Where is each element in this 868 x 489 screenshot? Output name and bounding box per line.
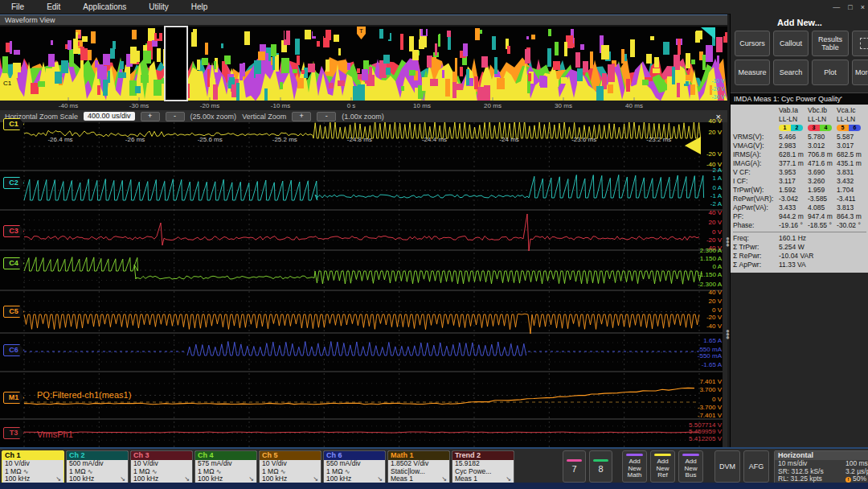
scale-label-c5: 20 V <box>685 298 722 305</box>
imda-summary-row: Σ ApPwr:11.33 VA <box>733 261 866 269</box>
ch3-badge[interactable]: Ch 310 V/div1 MΩ ∿100 kHz↘ <box>130 450 193 484</box>
imda-row: RePwr(VAR):-3.042-3.585-3.411 <box>733 195 866 203</box>
imda-subheader: LL-LN <box>837 115 866 124</box>
imda-row: IRMS(A):628.1 m706.8 m682.5 m <box>733 150 866 159</box>
imda-row-label: RePwr(VAR): <box>733 195 779 203</box>
imda-row-label: IMAG(A): <box>733 159 779 168</box>
imda-value: 435.1 m <box>837 159 866 168</box>
scale-label-c2: 0 A <box>685 185 722 191</box>
imda-value: 1.592 <box>779 186 808 195</box>
zoom-select-button[interactable] <box>852 31 868 56</box>
v-zoom-minus-button[interactable]: - <box>317 112 336 121</box>
menu-file[interactable]: File <box>0 2 35 11</box>
v-zoom-label: Vertical Zoom <box>242 113 286 121</box>
add-new-bus-button[interactable]: Add New Bus <box>678 450 703 483</box>
main-time-label: -24 ms <box>499 136 518 143</box>
imda-row-label: V CF: <box>733 168 779 177</box>
h-zoom-plus-button[interactable]: + <box>141 112 160 121</box>
ch1-badge[interactable]: Ch 110 V/div1 MΩ ∿100 kHz↘ <box>2 450 64 484</box>
minimize-icon[interactable]: — <box>833 3 840 11</box>
imda-summary-value: 11.33 VA <box>779 261 806 269</box>
ch4-badge[interactable]: Ch 4575 mA/div1 MΩ ∿100 kHz↘ <box>194 450 257 484</box>
imda-value: 3.260 <box>808 177 837 186</box>
imda-row: IMAG(A):377.1 m471.6 m435.1 m <box>733 159 866 168</box>
menu-help[interactable]: Help <box>180 2 219 11</box>
imda-subheader: LL-LN <box>779 115 808 124</box>
h-zoom-minus-button[interactable]: - <box>166 112 185 121</box>
imda-subheaders: LL-LNLL-LNLL-LN <box>733 115 866 124</box>
imda-summary-label: Σ TrPwr: <box>733 243 779 252</box>
scale-label-c4: 0 A <box>685 264 722 270</box>
add-new-callout-button[interactable]: Callout <box>773 31 809 56</box>
source-badge-6: 6 <box>849 125 861 131</box>
v-zoom-plus-button[interactable]: + <box>292 112 311 121</box>
ch2-badge[interactable]: Ch 2500 mA/div1 MΩ ∿100 kHz↘ <box>66 450 129 484</box>
imda-value: 864.3 m <box>837 212 866 221</box>
scale-label-c5: 40 V <box>685 290 722 296</box>
waveform-view-title: Waveform View <box>0 14 727 25</box>
overview-time-label: -20 ms <box>200 102 219 109</box>
dvm-button[interactable]: DVM <box>714 450 740 483</box>
scale-label-c4: 1.150 A <box>685 256 722 262</box>
imda-row-label: IRMS(A): <box>733 150 779 159</box>
imda-summary-row: Σ TrPwr:5.254 W <box>733 243 866 252</box>
overview-time-label: -30 ms <box>129 102 149 109</box>
taskbar-strip <box>0 483 868 489</box>
close-icon[interactable]: × <box>861 3 865 11</box>
imda-value: 3.953 <box>779 168 808 177</box>
add-new-measure-button[interactable]: Measure <box>735 60 770 85</box>
scale-label-c4: -1.150 A <box>685 272 722 278</box>
overview-waveform[interactable]: -40 ms-30 ms-20 ms-10 ms0 s10 ms20 ms30 … <box>0 25 727 110</box>
h-zoom-factor: (25.00x zoom) <box>190 113 237 121</box>
ch5-badge[interactable]: Ch 510 V/div1 MΩ ∿100 kHz↘ <box>259 450 321 484</box>
imda-row-label: ApPwr(VA): <box>733 203 779 212</box>
menu-applications[interactable]: Applications <box>72 2 137 11</box>
trend-trace-label: VrmsPh1 <box>37 429 73 439</box>
add-new-results-table-button[interactable]: Results Table <box>812 31 849 56</box>
imda-row-label: VMAG(V): <box>733 142 779 150</box>
trend2-badge[interactable]: Trend 215.9182Cyc Powe...Meas 1↘ <box>452 450 514 484</box>
channel-8-button[interactable]: 8 <box>589 450 612 483</box>
scale-label-c6: -1.65 A <box>685 362 722 368</box>
add-new-math-button[interactable]: Add New Math <box>622 450 647 483</box>
overview-time-label: 0 s <box>347 102 356 109</box>
imda-value: 3.117 <box>779 177 808 186</box>
imda-value: -18.55 ° <box>808 221 837 230</box>
overview-time-label: 20 ms <box>484 102 502 109</box>
imda-value: -3.042 <box>779 195 808 203</box>
add-new-plot-button[interactable]: Plot <box>812 60 849 85</box>
scale-label-c5: -40 V <box>685 323 722 330</box>
add-new-ref-button[interactable]: Add New Ref <box>650 450 675 483</box>
add-new-cursors-button[interactable]: Cursors <box>735 31 770 56</box>
source-badge-4: 4 <box>820 125 832 131</box>
scale-label-c5: 0 V <box>685 307 722 314</box>
scale-label-c2: 1 A <box>685 175 722 182</box>
imda-value: 1.959 <box>808 186 837 195</box>
imda-value: 2.983 <box>779 142 808 150</box>
imda-summary-label: Σ ApPwr: <box>733 261 779 269</box>
math1-badge[interactable]: Math 11.8502 V/divStatic|low...Meas 1↘ <box>387 450 450 484</box>
imda-value: 471.6 m <box>808 159 837 168</box>
menu-utility[interactable]: Utility <box>137 2 179 11</box>
imda-measurement-table[interactable]: IMDA Meas 1: Cyc Power Quality' Vab.IaVb… <box>731 92 868 273</box>
imda-value: 3.017 <box>837 142 866 150</box>
channel-7-button[interactable]: 7 <box>563 450 586 483</box>
ch6-badge[interactable]: Ch 6550 mA/div1 MΩ ∿100 kHz↘ <box>323 450 386 484</box>
maximize-icon[interactable]: □ <box>848 3 852 11</box>
results-panel: Add New... CursorsCalloutResults TableMe… <box>730 14 868 448</box>
scale-label-m1: 0 V <box>685 397 722 403</box>
imda-row-label: TrPwr(W): <box>733 186 779 195</box>
more-button[interactable]: More... <box>852 60 868 85</box>
v-zoom-factor: (1.00x zoom) <box>342 113 384 121</box>
h-zoom-scale-value[interactable]: 400.00 us/div <box>84 112 135 121</box>
main-waveform-plot[interactable]: -26.4 ms-26 ms-25.6 ms-25.2 ms-24.8 ms-2… <box>0 122 727 447</box>
horizontal-panel[interactable]: Horizontal10 ms/div100 msSR: 312.5 kS/s3… <box>774 450 868 484</box>
afg-button[interactable]: AFG <box>743 450 769 483</box>
imda-row-label: VRMS(V): <box>733 133 779 142</box>
scale-label-c3: 20 V <box>685 220 722 226</box>
menu-edit[interactable]: Edit <box>35 2 72 11</box>
add-new-search-button[interactable]: Search <box>773 60 809 85</box>
add-new-title: Add New... <box>735 18 865 27</box>
imda-value: -30.02 ° <box>837 221 866 230</box>
source-badge-3: 3 <box>808 125 820 131</box>
